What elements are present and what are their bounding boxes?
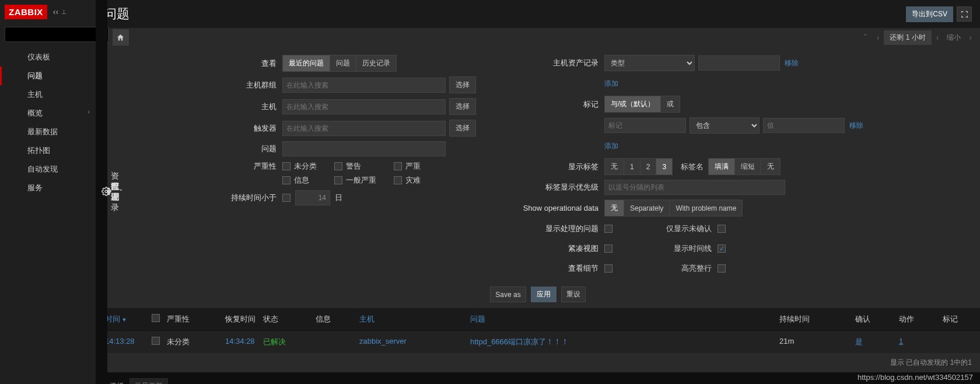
duration-input[interactable]: [295, 190, 330, 205]
prev-time-icon[interactable]: ‹: [932, 33, 944, 42]
th-problem[interactable]: 问题: [467, 314, 776, 324]
suppressed-checkbox[interactable]: [604, 225, 612, 233]
tagname-none[interactable]: 无: [761, 158, 780, 175]
row-ack[interactable]: 是: [852, 337, 895, 347]
unack-checkbox[interactable]: [718, 225, 726, 233]
sev-notclassified[interactable]: 未分类: [282, 161, 317, 172]
apply-button[interactable]: 应用: [531, 287, 556, 302]
th-checkall[interactable]: [148, 314, 163, 324]
nav-admin[interactable]: 管理 ˅: [96, 0, 107, 384]
th-severity[interactable]: 严重性: [163, 314, 222, 324]
host-label: 主机: [212, 102, 282, 112]
compact-checkbox[interactable]: [604, 245, 612, 253]
duration-checkbox[interactable]: [282, 194, 290, 202]
sev-warning[interactable]: 警告: [334, 161, 376, 172]
row-time[interactable]: 14:13:28: [102, 337, 148, 347]
tags-andor-button[interactable]: 与/或（默认）: [604, 96, 660, 113]
duration-label: 持续时间小于: [212, 193, 282, 203]
inventory-label: 主机资产记录: [499, 58, 604, 68]
trigger-select-btn[interactable]: 选择: [449, 120, 476, 137]
bulk-update-button[interactable]: 批量更新: [130, 378, 168, 384]
label: 未分类: [294, 161, 317, 172]
dropdown-icon[interactable]: ˅: [859, 33, 872, 42]
sev-disaster[interactable]: 灾难: [394, 175, 421, 186]
tagname-short[interactable]: 缩短: [734, 158, 761, 175]
zoom-out-btn[interactable]: 缩小: [943, 33, 964, 43]
inventory-value-input[interactable]: [698, 55, 780, 71]
th-recovery[interactable]: 恢复时间: [222, 314, 260, 324]
trigger-input[interactable]: [282, 121, 446, 136]
table-footer: 显示 已自动发现的 1中的1: [96, 353, 980, 372]
pin-icon[interactable]: ⟂: [62, 8, 66, 16]
sev-high[interactable]: 严重: [394, 161, 421, 172]
row-checkbox[interactable]: [148, 337, 163, 347]
tags-or-button[interactable]: 或: [660, 96, 680, 113]
inventory-add-link[interactable]: 添加: [604, 79, 618, 89]
timeline-checkbox[interactable]: [718, 245, 726, 253]
inventory-type-select[interactable]: 类型: [604, 55, 695, 71]
duration-unit: 日: [335, 193, 342, 203]
timeline-label: 显示时间线: [636, 243, 712, 254]
host-input[interactable]: [282, 99, 446, 114]
sidebar-item-hosts[interactable]: 主机: [0, 85, 96, 104]
th-host[interactable]: 主机: [356, 314, 467, 324]
view-problems-button[interactable]: 问题: [330, 55, 356, 72]
label: 信息: [294, 175, 309, 186]
label: 概览: [27, 109, 43, 117]
hostgroup-input[interactable]: [282, 78, 446, 93]
unack-label: 仅显示未确认: [636, 224, 712, 234]
row-host[interactable]: zabbix_server: [356, 337, 467, 347]
highlight-checkbox[interactable]: [718, 264, 726, 273]
sidebar-item-overview[interactable]: 概览›: [0, 104, 96, 123]
showtags-3[interactable]: 3: [656, 158, 673, 175]
row-actions[interactable]: 1: [895, 337, 939, 347]
opdata-none[interactable]: 无: [604, 200, 624, 217]
svg-point-12: [105, 190, 107, 193]
tag-op-select[interactable]: 包含: [690, 117, 760, 134]
sidebar-item-problems[interactable]: 问题: [0, 67, 96, 85]
saveas-button[interactable]: Save as: [490, 287, 526, 302]
collapse-icon[interactable]: ‹‹: [53, 7, 58, 16]
tagprio-input[interactable]: [604, 180, 785, 195]
sidebar-item-maps[interactable]: 拓扑图: [0, 141, 96, 160]
inventory-remove-link[interactable]: 移除: [785, 58, 799, 68]
logo: ZABBIX: [5, 5, 47, 19]
search-input[interactable]: [5, 27, 100, 42]
fullscreen-button[interactable]: [957, 6, 972, 22]
opdata-withname[interactable]: With problem name: [669, 200, 743, 217]
search-row: [0, 23, 96, 48]
showtags-none[interactable]: 无: [604, 158, 624, 175]
showtags-2[interactable]: 2: [640, 158, 656, 175]
tag-remove-link[interactable]: 移除: [849, 121, 863, 131]
sev-info[interactable]: 信息: [282, 175, 317, 186]
sidebar-item-discovery[interactable]: 自动发现: [0, 160, 96, 179]
showtags-1[interactable]: 1: [624, 158, 640, 175]
tagname-full[interactable]: 填满: [708, 158, 734, 175]
reset-button[interactable]: 重设: [561, 287, 586, 302]
opdata-sep[interactable]: Separately: [624, 200, 669, 217]
sev-average[interactable]: 一般严重: [334, 175, 376, 186]
details-checkbox[interactable]: [604, 264, 612, 273]
sidebar-item-services[interactable]: 服务: [0, 179, 96, 197]
highlight-label: 高亮整行: [636, 263, 712, 274]
export-csv-button[interactable]: 导出到CSV: [906, 6, 953, 22]
th-status[interactable]: 状态: [260, 314, 312, 324]
host-select-btn[interactable]: 选择: [449, 98, 476, 115]
next-icon[interactable]: ›: [872, 33, 884, 42]
chevron-down-icon: ˅: [119, 188, 123, 196]
row-recovery[interactable]: 14:34:28: [222, 337, 260, 347]
tag-value-input[interactable]: [763, 118, 845, 133]
hostgroup-select-btn[interactable]: 选择: [449, 76, 476, 93]
sidebar-item-dashboard[interactable]: 仪表板: [0, 48, 96, 67]
view-history-button[interactable]: 历史记录: [356, 55, 397, 72]
home-tab[interactable]: [113, 29, 129, 46]
view-recent-button[interactable]: 最近的问题: [282, 55, 330, 72]
tag-name-input[interactable]: [604, 118, 686, 133]
th-time[interactable]: 时间: [102, 314, 148, 324]
row-problem[interactable]: httpd_6666端口凉凉了！！！: [467, 337, 776, 347]
next-time-icon[interactable]: ›: [964, 33, 977, 42]
label: 灾难: [405, 175, 421, 186]
problem-input[interactable]: [282, 141, 446, 156]
tag-add-link[interactable]: 添加: [604, 141, 618, 151]
sidebar-item-latest[interactable]: 最新数据: [0, 123, 96, 141]
